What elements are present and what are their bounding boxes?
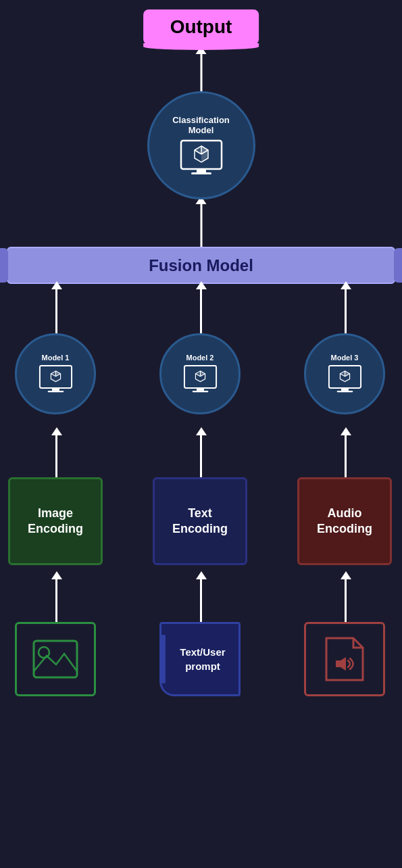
model3-circle: Model 3 bbox=[304, 333, 385, 414]
svg-rect-10 bbox=[39, 366, 71, 388]
arrow-input2-to-enc2 bbox=[200, 578, 202, 622]
svg-rect-20 bbox=[197, 388, 204, 391]
image-input-icon bbox=[32, 639, 79, 679]
audio-encoding-box: AudioEncoding bbox=[297, 477, 392, 565]
fusion-label: Fusion Model bbox=[149, 256, 253, 275]
image-encoding-box: ImageEncoding bbox=[8, 477, 103, 565]
svg-rect-28 bbox=[328, 366, 360, 388]
svg-rect-29 bbox=[341, 388, 349, 391]
model3-label: Model 3 bbox=[331, 354, 359, 362]
arrow-enc1-to-model1 bbox=[55, 434, 57, 478]
svg-marker-18 bbox=[51, 371, 55, 377]
arrow-classification-to-fusion bbox=[200, 203, 202, 249]
text-input-label: Text/Userprompt bbox=[174, 645, 225, 673]
classification-label: ClassificationModel bbox=[172, 115, 230, 135]
arrow-input3-to-enc3 bbox=[345, 578, 347, 622]
svg-rect-2 bbox=[191, 172, 211, 174]
svg-rect-11 bbox=[52, 388, 59, 391]
arrow-fusion-to-model1 bbox=[55, 288, 57, 335]
svg-marker-17 bbox=[55, 371, 60, 377]
model1-monitor-icon bbox=[37, 364, 74, 394]
svg-marker-27 bbox=[195, 371, 200, 377]
svg-rect-21 bbox=[192, 391, 208, 392]
classification-circle: ClassificationModel bbox=[147, 91, 255, 199]
text-input-box: Text/Userprompt bbox=[159, 622, 241, 696]
arrow-output-to-classification bbox=[200, 53, 202, 93]
svg-marker-40 bbox=[341, 657, 346, 671]
svg-rect-37 bbox=[34, 641, 77, 677]
fusion-side-left bbox=[0, 248, 8, 283]
image-encoding-label: ImageEncoding bbox=[28, 506, 83, 537]
book-spine bbox=[161, 635, 166, 684]
arrow-enc3-to-model3 bbox=[345, 434, 347, 478]
svg-rect-1 bbox=[197, 169, 206, 172]
model1-circle: Model 1 bbox=[15, 333, 96, 414]
svg-marker-35 bbox=[345, 371, 349, 377]
arrow-enc2-to-model2 bbox=[200, 434, 202, 478]
model1-label: Model 1 bbox=[42, 354, 70, 362]
arrow-fusion-to-model3 bbox=[345, 288, 347, 335]
model2-label: Model 2 bbox=[186, 354, 214, 362]
svg-rect-30 bbox=[336, 391, 353, 392]
diagram-container: Output ClassificationModel bbox=[0, 0, 402, 868]
fusion-side-right bbox=[394, 248, 402, 283]
output-label: Output bbox=[170, 16, 232, 37]
arrow-input1-to-enc1 bbox=[55, 578, 57, 622]
text-encoding-label: TextEncoding bbox=[172, 506, 228, 537]
svg-marker-26 bbox=[200, 371, 205, 377]
image-input-box bbox=[15, 622, 96, 696]
svg-marker-8 bbox=[195, 146, 201, 154]
svg-rect-19 bbox=[184, 366, 216, 388]
fusion-bar: Fusion Model bbox=[7, 247, 395, 284]
output-box: Output bbox=[143, 9, 259, 45]
arrow-fusion-to-model2 bbox=[200, 288, 202, 335]
text-encoding-box: TextEncoding bbox=[153, 477, 247, 565]
model2-circle: Model 2 bbox=[159, 333, 241, 414]
model3-monitor-icon bbox=[326, 364, 363, 394]
svg-marker-36 bbox=[340, 371, 345, 377]
svg-rect-12 bbox=[47, 391, 64, 392]
model2-monitor-icon bbox=[182, 364, 219, 394]
svg-rect-39 bbox=[336, 660, 341, 667]
audio-input-icon bbox=[321, 635, 368, 683]
audio-encoding-label: AudioEncoding bbox=[317, 506, 372, 537]
audio-input-box bbox=[304, 622, 385, 696]
monitor-icon bbox=[178, 139, 225, 176]
